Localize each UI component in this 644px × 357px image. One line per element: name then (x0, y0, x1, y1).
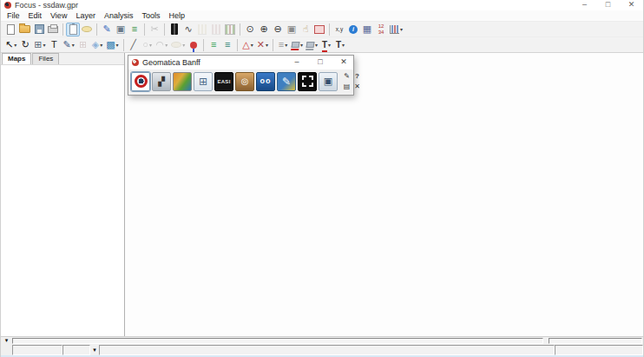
banff-help-button[interactable]: ? (352, 71, 362, 81)
focus-app-window: Focus - ssdaw.gpr –□✕ FileEditViewLayerA… (0, 0, 644, 357)
banff-tools: ▞⊞EASI◎oo✎▣ (131, 72, 338, 91)
zoom-out-button[interactable]: ⊖ (271, 23, 285, 36)
draw-tool-button[interactable]: ✎▾ (61, 38, 76, 52)
status-dropdown-button[interactable]: ▾ (90, 345, 99, 355)
shape-tool-button[interactable]: ○▾ (141, 38, 154, 52)
banff-window-button[interactable]: ▤ (342, 82, 352, 91)
dropdown-arrow-icon: ▾ (165, 43, 168, 48)
curve-enhance-button[interactable]: ∿ (181, 23, 195, 36)
highlight-tool-button[interactable]: ▾ (169, 38, 187, 52)
line-tool-button[interactable]: ╱ (127, 38, 141, 52)
arc-tool-button[interactable]: ◠▾ (154, 38, 170, 52)
layer-merge-button[interactable]: ≡ (220, 38, 234, 52)
menu-file[interactable]: File (3, 10, 24, 22)
banff-raster-tools-button[interactable]: ▣ (319, 72, 338, 91)
attribute-table-button[interactable]: ▦ (360, 23, 374, 36)
clip-button[interactable]: ✕▾ (255, 38, 270, 52)
clipboard-button[interactable] (66, 23, 80, 36)
menu-layer[interactable]: Layer (71, 10, 100, 22)
dropdown-arrow-icon: ▾ (328, 43, 331, 48)
banff-orthoengine-button[interactable]: ▞ (152, 72, 171, 91)
select-tool-button[interactable]: ↖▾ (3, 38, 18, 52)
lut-icon (171, 23, 178, 35)
banff-toolbar: ▞⊞EASI◎oo✎▣ ✎?▤✕ (128, 69, 353, 93)
banff-exit-button[interactable]: ✕ (352, 82, 362, 91)
layers-button[interactable]: ≡ (128, 23, 141, 36)
banff-notes-button[interactable]: ✎ (342, 71, 352, 81)
save-button[interactable] (32, 23, 46, 36)
banff-explorer-button[interactable]: ◎ (235, 72, 254, 91)
menu-analysis[interactable]: Analysis (100, 10, 138, 22)
banff-title-bar[interactable]: Geomatica Banff –□✕ (128, 56, 353, 69)
maps-tree-panel[interactable] (1, 65, 124, 336)
menu-tools[interactable]: Tools (137, 10, 164, 22)
fill-style-button[interactable]: ▾ (305, 38, 319, 52)
layer-stack-button[interactable]: ≡ (207, 38, 220, 52)
separator (203, 39, 204, 51)
banff-easi-button[interactable]: EASI (214, 72, 233, 91)
line-style-button[interactable]: ≡▾ (276, 38, 290, 52)
oval-icon (171, 42, 181, 48)
scroll-dropdown-button[interactable]: ▾ (1, 337, 12, 344)
rotate-tool-button[interactable]: ↻ (18, 38, 32, 52)
lut-button[interactable] (168, 23, 181, 36)
zoom-overview-button[interactable]: ▣ (285, 23, 299, 36)
banff-window-title: Geomatica Banff (142, 57, 200, 68)
info-button[interactable]: i (346, 23, 360, 36)
coordinate-button[interactable]: x,y (332, 23, 346, 36)
floppy-icon (35, 24, 44, 34)
scale-button[interactable]: 12 34 (374, 23, 388, 36)
banff-sketch-button[interactable]: ✎ (277, 72, 296, 91)
banff-modeler-button[interactable]: ⊞ (194, 72, 213, 91)
menu-help[interactable]: Help (164, 10, 189, 22)
maximize-button[interactable]: □ (596, 0, 620, 10)
separator (62, 23, 63, 36)
folder-icon (19, 25, 30, 33)
pan-button[interactable]: ☝ (299, 23, 312, 36)
tab-files[interactable]: Files (32, 53, 59, 64)
dropdown-arrow-icon: ▾ (116, 43, 119, 48)
cut-button[interactable]: ✂ (148, 23, 161, 36)
enhance-linear-button[interactable] (195, 23, 209, 36)
annotate-button[interactable]: ✎ (100, 23, 114, 36)
pin-tool-button[interactable] (187, 38, 200, 52)
clip-icon (69, 24, 77, 35)
close-button[interactable]: ✕ (620, 0, 643, 10)
horizontal-scrollbar-row: ▾ (1, 336, 643, 344)
banff-minimize-button[interactable]: – (292, 57, 301, 68)
new-view-button[interactable]: ▣ (114, 23, 128, 36)
canvas-horizontal-scrollbar[interactable] (12, 338, 543, 344)
banff-close-button[interactable]: ✕ (339, 57, 348, 68)
fill-color-button[interactable]: ▾ (290, 38, 305, 52)
banff-maximize-button[interactable]: □ (316, 57, 325, 68)
banff-fly-button[interactable]: oo (256, 72, 275, 91)
graticule-button[interactable]: ⊞ (76, 38, 90, 52)
menu-edit[interactable]: Edit (24, 10, 47, 22)
print-button[interactable] (46, 23, 60, 36)
stamp-button[interactable] (80, 23, 94, 36)
image-tool-button[interactable]: ▩▾ (104, 38, 120, 52)
zoom-aoi-button[interactable] (312, 23, 326, 36)
zoom-actual-button[interactable]: ⊙ (243, 23, 257, 36)
minimize-button[interactable]: – (573, 0, 596, 10)
snap-grid-button[interactable]: ⊞▾ (32, 38, 47, 52)
banff-mosaic-button[interactable] (298, 72, 317, 91)
menu-view[interactable]: View (46, 10, 71, 22)
tab-maps[interactable]: Maps (2, 53, 31, 64)
secondary-horizontal-scrollbar[interactable] (549, 338, 642, 344)
text-style-button[interactable]: T▾ (333, 38, 347, 52)
new-project-button[interactable] (3, 23, 17, 36)
font-color-button[interactable]: T▾ (319, 38, 333, 52)
measure-button[interactable]: △▾ (240, 38, 254, 52)
dropdown-arrow-icon: ▾ (100, 43, 102, 48)
text-tool-button[interactable]: T (47, 38, 61, 52)
enhance-root-button[interactable] (209, 23, 223, 36)
zoom-in-button[interactable]: ⊕ (257, 23, 271, 36)
link-tool-button[interactable]: ◈▾ (90, 38, 104, 52)
enhance-match-button[interactable] (223, 23, 237, 36)
bucket-gray-icon (306, 42, 314, 48)
banff-map-button[interactable] (173, 72, 192, 91)
banff-focus-button[interactable] (131, 72, 150, 91)
chart-button[interactable]: ▾ (388, 23, 404, 36)
open-button[interactable] (17, 23, 32, 36)
